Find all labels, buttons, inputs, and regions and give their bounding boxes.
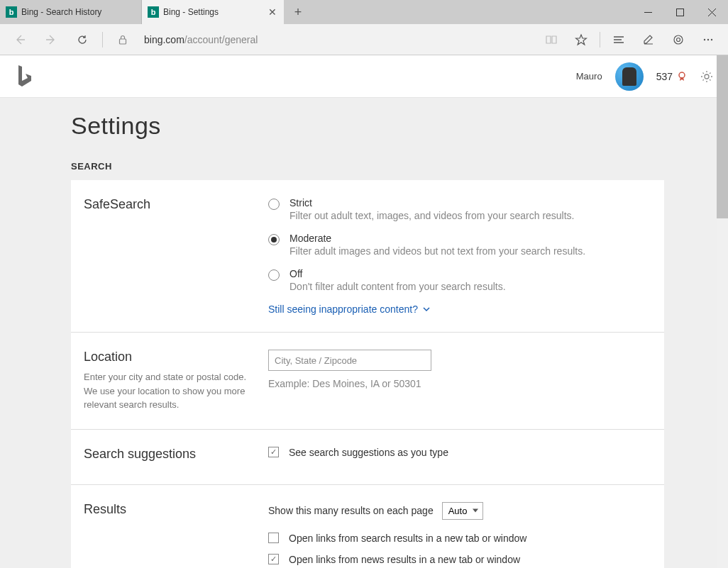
- svg-point-8: [674, 35, 683, 44]
- maximize-button[interactable]: [664, 0, 696, 24]
- suggestions-heading: Search suggestions: [84, 447, 254, 462]
- results-heading: Results: [84, 502, 254, 517]
- avatar[interactable]: [615, 62, 644, 91]
- minimize-button[interactable]: [632, 0, 664, 24]
- page-header: Mauro 537: [0, 55, 728, 98]
- new-tab-button[interactable]: +: [284, 0, 312, 24]
- url-path: /account/general: [184, 34, 258, 45]
- tab-label: Bing - Search History: [21, 7, 101, 17]
- back-button[interactable]: [6, 26, 34, 54]
- close-tab-icon[interactable]: ✕: [268, 6, 277, 18]
- svg-rect-1: [677, 9, 684, 16]
- radio-moderate-label: Moderate: [289, 233, 585, 244]
- hub-icon[interactable]: [605, 26, 633, 54]
- radio-strict-label: Strict: [289, 197, 575, 208]
- results-per-page-label: Show this many results on each page: [268, 505, 434, 516]
- tab-settings[interactable]: b Bing - Settings ✕: [142, 0, 284, 24]
- reading-view-icon[interactable]: [537, 26, 566, 54]
- radio-off[interactable]: [268, 269, 280, 281]
- settings-gear-icon[interactable]: [700, 69, 714, 84]
- location-heading: Location: [84, 350, 254, 364]
- svg-rect-4: [120, 39, 126, 44]
- username-label[interactable]: Mauro: [576, 71, 602, 82]
- suggestions-label: See search suggestions as you type: [289, 447, 448, 458]
- results-newtab-news-label: Open links from news results in a new ta…: [289, 554, 520, 565]
- window-titlebar: b Bing - Search History b Bing - Setting…: [0, 0, 728, 24]
- radio-off-desc: Don't filter adult content from your sea…: [289, 281, 506, 292]
- radio-moderate-desc: Filter adult images and videos but not t…: [289, 245, 585, 257]
- lock-icon[interactable]: [109, 26, 137, 54]
- svg-point-11: [707, 38, 709, 40]
- results-newtab-news-checkbox[interactable]: [268, 554, 279, 564]
- section-location: Location Enter your city and state or po…: [71, 333, 664, 430]
- radio-moderate[interactable]: [268, 234, 280, 245]
- location-input[interactable]: [268, 350, 431, 371]
- bing-favicon: b: [148, 6, 159, 18]
- webnote-icon[interactable]: [634, 26, 663, 54]
- scrollbar-thumb[interactable]: [717, 55, 728, 218]
- location-desc: Enter your city and state or postal code…: [84, 370, 254, 412]
- radio-strict[interactable]: [268, 199, 280, 210]
- section-label-search: SEARCH: [71, 161, 664, 172]
- refresh-button[interactable]: [68, 26, 96, 54]
- suggestions-checkbox[interactable]: [268, 447, 279, 457]
- svg-point-10: [704, 38, 705, 40]
- share-icon[interactable]: [664, 26, 693, 54]
- results-per-page-select[interactable]: Auto: [442, 502, 484, 520]
- rewards-points[interactable]: 537: [656, 71, 687, 82]
- tab-history[interactable]: b Bing - Search History: [0, 0, 142, 24]
- favorite-icon[interactable]: [567, 26, 595, 54]
- radio-off-label: Off: [289, 268, 506, 279]
- page-title: Settings: [71, 112, 664, 140]
- settings-card: SafeSearch Strict Filter out adult text,…: [71, 180, 664, 568]
- section-suggestions: Search suggestions See search suggestion…: [71, 430, 664, 485]
- section-safesearch: SafeSearch Strict Filter out adult text,…: [71, 180, 664, 333]
- results-newtab-search-label: Open links from search results in a new …: [289, 533, 526, 544]
- tab-label: Bing - Settings: [163, 7, 219, 17]
- location-example: Example: Des Moines, IA or 50301: [268, 378, 651, 389]
- radio-strict-desc: Filter out adult text, images, and video…: [289, 210, 575, 221]
- medal-icon: [677, 72, 687, 82]
- svg-point-12: [711, 38, 712, 40]
- close-window-button[interactable]: [696, 0, 728, 24]
- safesearch-help-link[interactable]: Still seeing inappropriate content?: [268, 304, 651, 315]
- url-host: bing.com: [144, 34, 184, 45]
- svg-point-9: [677, 38, 680, 41]
- section-results: Results Show this many results on each p…: [71, 485, 664, 569]
- address-bar[interactable]: bing.com/account/general: [140, 34, 534, 45]
- svg-point-13: [679, 72, 685, 78]
- bing-logo[interactable]: [14, 64, 34, 89]
- forward-button[interactable]: [37, 26, 65, 54]
- safesearch-heading: SafeSearch: [84, 197, 254, 212]
- chevron-down-icon: [422, 305, 431, 313]
- bing-favicon: b: [6, 6, 17, 18]
- more-icon[interactable]: [694, 26, 722, 54]
- browser-toolbar: bing.com/account/general: [0, 24, 728, 55]
- svg-point-14: [705, 74, 709, 79]
- results-newtab-search-checkbox[interactable]: [268, 533, 279, 543]
